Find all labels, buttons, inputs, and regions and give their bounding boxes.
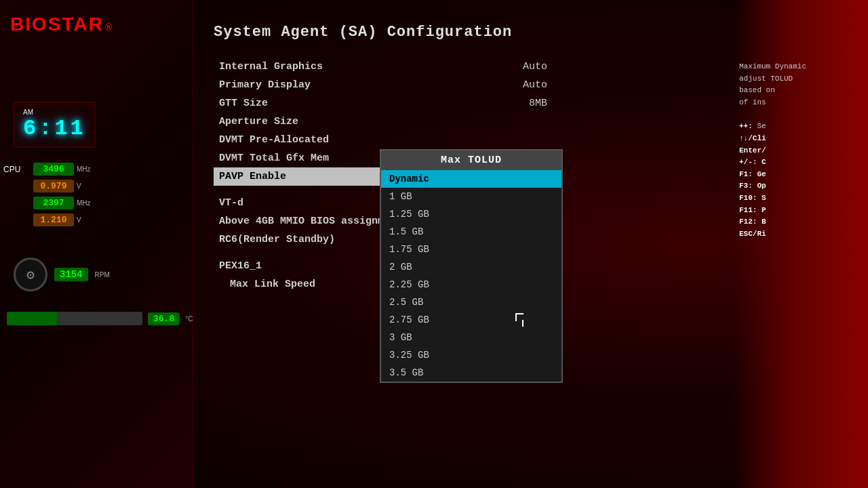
logo-brand: BIOSTAR <box>10 14 104 35</box>
item-name-dvmt-total: DVMT Total Gfx Mem <box>219 152 329 164</box>
help-desc-text: Maximum Dynamicadjust TOLUDbased onof in… <box>739 62 806 106</box>
fan-area: ⚙ 3154 RPM <box>14 258 110 291</box>
logo-star: ® <box>105 22 113 33</box>
stats-area: CPU 3496 MHz 0.979 V 2397 MHz 1.210 V <box>3 163 186 230</box>
page-title: System Agent (SA) Configuration <box>214 24 780 41</box>
item-name-aperture-size: Aperture Size <box>219 116 298 127</box>
item-name-rc6: RC6(Render Standby) <box>219 234 335 245</box>
temp-unit: °C <box>185 315 193 323</box>
help-key-plusplus: ++: Se <box>739 121 861 133</box>
help-key-f12: F12: B <box>739 216 861 228</box>
dropdown-option-1-75gb[interactable]: 1.75 GB <box>381 241 561 258</box>
help-key-enter: Enter/ <box>739 145 861 157</box>
cpu-label: CPU <box>3 165 31 174</box>
temp-bar <box>7 312 142 325</box>
dropdown-option-2-75gb[interactable]: 2.75 GB <box>381 311 561 329</box>
mouse-cursor <box>515 313 524 321</box>
dropdown-option-1-5gb[interactable]: 1.5 GB <box>381 223 561 241</box>
stat-row-mem-mhz: 2397 MHz <box>3 197 186 209</box>
dropdown-option-dynamic[interactable]: Dynamic <box>381 170 561 188</box>
settings-item-aperture-size[interactable]: Aperture Size <box>214 113 553 131</box>
dropdown-option-1-25gb[interactable]: 1.25 GB <box>381 205 561 223</box>
item-value-primary-display: Auto <box>523 79 547 91</box>
logo-area: BIOSTAR® <box>10 14 113 35</box>
item-name-pex16: PEX16_1 <box>219 260 262 272</box>
stat-row-cpu: CPU 3496 MHz <box>3 163 186 176</box>
mem-mhz-value: 2397 <box>33 197 74 209</box>
item-name-internal-graphics: Internal Graphics <box>219 61 323 73</box>
settings-item-dvmt-pre[interactable]: DVMT Pre-Allocated <box>214 131 553 149</box>
temp-value: 36.8 <box>148 312 180 325</box>
mem-mhz-unit: MHz <box>77 199 91 207</box>
item-name-vtd: VT-d <box>219 197 243 209</box>
help-keys: ++: Se ↑↓/Cli Enter/ +/-: C F1: Ge F3: O… <box>739 121 861 240</box>
cpu-mhz-unit: MHz <box>77 165 91 173</box>
settings-item-internal-graphics[interactable]: Internal Graphics Auto <box>214 58 553 76</box>
stat-row-cpu-v: 0.979 V <box>3 180 186 192</box>
help-key-arrows: ↑↓/Cli <box>739 133 861 145</box>
item-name-gtt-size: GTT Size <box>219 98 268 109</box>
temp-area: 36.8 °C <box>7 312 193 325</box>
clock-label: AM <box>23 108 86 116</box>
help-key-f3: F3: Op <box>739 180 861 192</box>
help-description: Maximum Dynamicadjust TOLUDbased onof in… <box>739 61 861 108</box>
dropdown-popup: Max TOLUD Dynamic 1 GB 1.25 GB 1.5 GB 1.… <box>380 149 563 383</box>
mem-v-unit: V <box>77 216 81 224</box>
cpu-v-value: 0.979 <box>33 180 74 192</box>
help-panel: Maximum Dynamicadjust TOLUDbased onof in… <box>732 54 868 247</box>
item-value-gtt-size: 8MB <box>529 98 547 109</box>
stat-row-mem-v: 1.210 V <box>3 214 186 226</box>
left-panel: BIOSTAR® AM 6:11 CPU 3496 MHz 0.979 V 23… <box>0 0 193 488</box>
dropdown-option-3-25gb[interactable]: 3.25 GB <box>381 346 561 364</box>
help-key-f10: F10: S <box>739 192 861 205</box>
help-key-esc: ESC/Ri <box>739 228 861 241</box>
fan-rpm-unit: RPM <box>95 271 110 279</box>
item-name-max-link-speed: Max Link Speed <box>230 279 315 290</box>
help-key-f1: F1: Ge <box>739 169 861 181</box>
dropdown-option-1gb[interactable]: 1 GB <box>381 188 561 205</box>
temp-bar-fill <box>7 312 57 325</box>
help-key-plusminus: +/-: C <box>739 157 861 169</box>
dropdown-header: Max TOLUD <box>381 150 561 170</box>
item-name-pavp-enable: PAVP Enable <box>219 171 286 182</box>
dropdown-option-2-25gb[interactable]: 2.25 GB <box>381 276 561 293</box>
dropdown-option-2gb[interactable]: 2 GB <box>381 258 561 276</box>
item-name-dvmt-pre: DVMT Pre-Allocated <box>219 134 329 146</box>
item-value-internal-graphics: Auto <box>523 61 547 73</box>
mem-v-value: 1.210 <box>33 214 74 226</box>
settings-item-primary-display[interactable]: Primary Display Auto <box>214 76 553 94</box>
settings-item-gtt-size[interactable]: GTT Size 8MB <box>214 94 553 113</box>
logo-text: BIOSTAR® <box>10 14 113 35</box>
dropdown-option-3-5gb[interactable]: 3.5 GB <box>381 364 561 382</box>
cpu-v-unit: V <box>77 182 81 190</box>
clock-display: AM 6:11 <box>14 102 96 148</box>
fan-icon: ⚙ <box>14 258 47 291</box>
cpu-mhz-value: 3496 <box>33 163 74 176</box>
clock-time: 6:11 <box>23 116 86 141</box>
item-name-primary-display: Primary Display <box>219 79 311 91</box>
item-name-above-4gb: Above 4GB MMIO BIOS assignment <box>219 216 402 227</box>
dropdown-option-2-5gb[interactable]: 2.5 GB <box>381 293 561 311</box>
dropdown-option-3gb[interactable]: 3 GB <box>381 329 561 346</box>
fan-rpm-value: 3154 <box>54 268 88 281</box>
help-key-f11: F11: P <box>739 205 861 217</box>
